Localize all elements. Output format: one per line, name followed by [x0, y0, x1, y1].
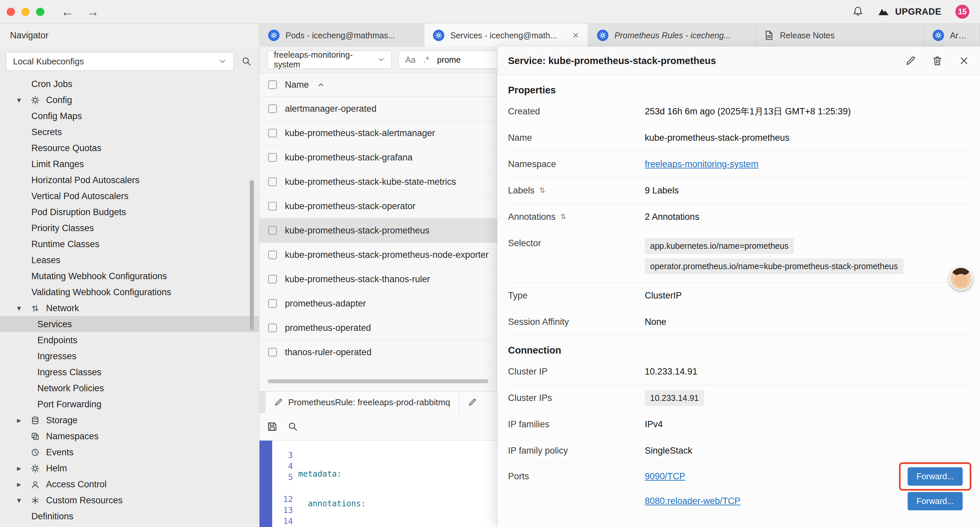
sidebar-item-services[interactable]: Services: [0, 316, 259, 332]
row-checkbox[interactable]: [268, 202, 277, 210]
name-column-header[interactable]: Name: [285, 80, 309, 90]
tab-label: Services - icecheng@math...: [450, 31, 557, 40]
tree-expanded-icon[interactable]: ▾: [14, 96, 24, 105]
row-checkbox[interactable]: [268, 275, 277, 283]
forward-icon[interactable]: →: [86, 5, 99, 18]
forward-button[interactable]: Forward...: [908, 467, 963, 486]
unfold-icon[interactable]: ⇅: [539, 186, 546, 195]
service-name: prometheus-operated: [285, 323, 371, 333]
row-checkbox[interactable]: [268, 348, 277, 357]
tree-collapsed-icon[interactable]: ▸: [14, 463, 24, 473]
sidebar-item-config-maps[interactable]: Config Maps: [0, 108, 259, 124]
dock-tab-prometheusrule[interactable]: PrometheusRule: freeleaps-prod-rabbitmq: [266, 392, 459, 413]
zoom-window-button[interactable]: [36, 8, 45, 16]
regex-toggle[interactable]: .*: [424, 55, 429, 65]
sidebar-item-vertical-pod-autoscalers[interactable]: Vertical Pod Autoscalers: [0, 188, 259, 204]
sidebar-item-secrets[interactable]: Secrets: [0, 124, 259, 140]
sort-ascending-icon[interactable]: [317, 81, 325, 89]
sidebar-item-helm[interactable]: ▸ Helm: [0, 460, 259, 476]
sidebar-item-namespaces[interactable]: Namespaces: [0, 428, 259, 444]
row-checkbox[interactable]: [268, 226, 277, 235]
custom-resources-icon: [29, 496, 41, 505]
tree-expanded-icon[interactable]: ▾: [14, 304, 24, 313]
delete-trash-icon[interactable]: [932, 56, 943, 66]
save-icon[interactable]: [267, 421, 277, 432]
sidebar-item-network-policies[interactable]: Network Policies: [0, 380, 259, 396]
sidebar-scrollbar[interactable]: [250, 180, 254, 330]
property-label: IP families: [508, 419, 645, 430]
edit-pencil-icon[interactable]: [905, 56, 916, 66]
tab-prometheus-rules[interactable]: Prometheus Rules - icecheng...: [589, 24, 755, 47]
sidebar-item-ingress-classes[interactable]: Ingress Classes: [0, 364, 259, 380]
tab-pods[interactable]: Pods - icecheng@mathmas...: [259, 24, 424, 47]
port-link-8080-reloader-web[interactable]: 8080:reloader-web/TCP: [645, 496, 740, 506]
sidebar-item-storage[interactable]: ▸ Storage: [0, 412, 259, 428]
row-checkbox[interactable]: [268, 250, 277, 259]
editor-search-icon[interactable]: [288, 421, 298, 432]
sidebar-item-label: Priority Classes: [31, 223, 94, 234]
unfold-icon[interactable]: ⇅: [560, 212, 566, 221]
access-control-icon: [29, 480, 41, 489]
sidebar-item-priority-classes[interactable]: Priority Classes: [0, 220, 259, 236]
sidebar-item-definitions[interactable]: Definitions: [0, 508, 259, 524]
row-checkbox[interactable]: [268, 323, 277, 332]
sidebar-search-icon[interactable]: [241, 56, 252, 67]
sidebar-item-validating-webhook-configurations[interactable]: Validating Webhook Configurations: [0, 284, 259, 300]
sidebar-item-cron-jobs[interactable]: Cron Jobs: [0, 76, 259, 92]
sidebar-item-access-control[interactable]: ▸ Access Control: [0, 476, 259, 492]
tree-expanded-icon[interactable]: ▾: [14, 496, 24, 505]
kubeconfig-selector[interactable]: Local Kubeconfigs: [6, 52, 234, 71]
close-drawer-icon[interactable]: [959, 56, 969, 66]
tree-collapsed-icon[interactable]: ▸: [14, 480, 24, 489]
assistant-avatar[interactable]: [949, 267, 973, 290]
namespace-link[interactable]: freeleaps-monitoring-system: [645, 159, 759, 169]
close-window-button[interactable]: [7, 8, 15, 16]
avatar-face: [954, 274, 968, 287]
row-checkbox[interactable]: [268, 104, 277, 113]
sidebar-item-events[interactable]: Events: [0, 444, 259, 460]
port-link-9090[interactable]: 9090/TCP: [645, 471, 686, 482]
row-checkbox[interactable]: [268, 299, 277, 308]
labels-count[interactable]: 9 Labels: [645, 185, 969, 196]
row-checkbox[interactable]: [268, 177, 277, 186]
select-all-checkbox[interactable]: [268, 80, 277, 89]
sidebar-item-horizontal-pod-autoscalers[interactable]: Horizontal Pod Autoscalers: [0, 172, 259, 188]
sidebar-item-label: Services: [37, 319, 72, 330]
sidebar-item-ingresses[interactable]: Ingresses: [0, 348, 259, 364]
horizontal-scrollbar-thumb[interactable]: [267, 379, 488, 383]
sidebar-item-mutating-webhook-configurations[interactable]: Mutating Webhook Configurations: [0, 268, 259, 284]
row-checkbox[interactable]: [268, 153, 277, 162]
sidebar-item-endpoints[interactable]: Endpoints: [0, 332, 259, 348]
sidebar-item-runtime-classes[interactable]: Runtime Classes: [0, 236, 259, 252]
notifications-bell-icon[interactable]: [852, 6, 864, 18]
namespace-filter-value: freeleaps-monitoring-system: [274, 50, 377, 69]
port-row: 9090/TCP Forward...: [645, 464, 969, 489]
sidebar-item-leases[interactable]: Leases: [0, 252, 259, 268]
tab-argo[interactable]: Argo S: [924, 24, 980, 47]
sidebar-item-custom-resources[interactable]: ▾ Custom Resources: [0, 492, 259, 508]
row-checkbox[interactable]: [268, 129, 277, 137]
forward-button[interactable]: Forward...: [908, 492, 963, 510]
sidebar-item-label: Definitions: [31, 511, 73, 522]
tree-collapsed-icon[interactable]: ▸: [14, 416, 24, 425]
sidebar-item-limit-ranges[interactable]: Limit Ranges: [0, 156, 259, 172]
cluster-ip-badge: 10.233.14.91: [645, 390, 704, 406]
sidebar-item-label: Validating Webhook Configurations: [31, 287, 171, 298]
upgrade-button[interactable]: UPGRADE: [878, 7, 941, 17]
tab-release-notes[interactable]: Release Notes: [755, 24, 924, 47]
back-icon[interactable]: ←: [61, 5, 74, 18]
sidebar-item-network[interactable]: ▾ Network: [0, 300, 259, 316]
property-label: Session Affinity: [508, 317, 645, 327]
close-tab-icon[interactable]: [572, 32, 579, 39]
sidebar-item-port-forwarding[interactable]: Port Forwarding: [0, 396, 259, 412]
minimize-window-button[interactable]: [21, 8, 30, 16]
sidebar-item-pod-disruption-budgets[interactable]: Pod Disruption Budgets: [0, 204, 259, 220]
tab-services[interactable]: Services - icecheng@math...: [424, 24, 589, 47]
namespace-filter-dropdown[interactable]: freeleaps-monitoring-system: [267, 51, 391, 69]
sidebar-item-config[interactable]: ▾ Config: [0, 92, 259, 108]
sidebar-item-resource-quotas[interactable]: Resource Quotas: [0, 140, 259, 156]
annotations-count[interactable]: 2 Annotations: [645, 212, 969, 222]
match-case-toggle[interactable]: Aa: [405, 55, 415, 65]
tab-label: Argo S: [950, 31, 971, 40]
notification-count-badge[interactable]: 15: [955, 5, 969, 19]
